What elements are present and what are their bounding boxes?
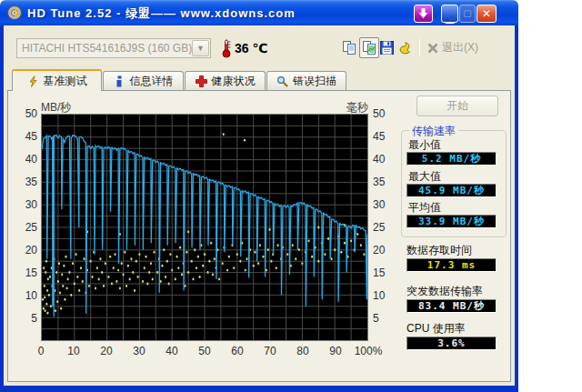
access-time-dot <box>103 285 105 287</box>
chevron-down-icon[interactable]: ▼ <box>192 40 209 56</box>
axis-tick-label: 40 <box>373 153 385 166</box>
close-icon: ✕ <box>482 8 491 19</box>
access-time-dot <box>175 278 176 281</box>
axis-tick-label: 0 <box>38 345 45 357</box>
access-time-dot <box>88 285 90 287</box>
access-time-dot <box>171 269 173 272</box>
access-time-dot <box>56 300 58 303</box>
axis-tick-label: 35 <box>373 176 385 188</box>
access-time-dot <box>276 266 277 269</box>
min-label: 最小值 <box>408 137 441 153</box>
minimize-icon: ▁ <box>446 12 454 23</box>
access-time-dot <box>99 257 101 260</box>
access-time-dot <box>317 226 319 229</box>
axis-tick-label: 35 <box>12 176 37 188</box>
access-time-dot <box>75 253 77 256</box>
access-time-dot <box>48 294 50 297</box>
tab-info[interactable]: 信息详情 <box>103 71 184 91</box>
access-time-dot <box>262 256 264 258</box>
save-screenshot-button[interactable] <box>376 37 396 58</box>
title-bar[interactable]: HD Tune 2.52 - 绿盟—— www.xdowns.com ▁ ▢ ✕ <box>0 0 518 25</box>
save-icon <box>379 40 395 55</box>
burst-rate-label: 突发数据传输率 <box>406 284 483 299</box>
access-time-dot <box>59 291 61 294</box>
axis-tick-label: 40 <box>12 153 37 166</box>
tab-benchmark[interactable]: 基准测试 <box>12 69 102 91</box>
access-time-dot <box>47 278 49 281</box>
access-time-dot <box>344 242 346 245</box>
access-time-dot <box>150 262 152 265</box>
access-time-dot <box>187 230 189 233</box>
tab-info-label: 信息详情 <box>130 74 174 89</box>
avg-label: 平均值 <box>408 200 441 216</box>
tab-error-scan[interactable]: 错误扫描 <box>266 71 346 91</box>
access-time-dot <box>80 266 82 269</box>
download-button[interactable] <box>414 5 433 23</box>
exit-button[interactable]: 退出(X) <box>427 40 478 55</box>
access-time-dot <box>124 251 125 254</box>
access-time-dot <box>144 266 146 269</box>
access-time-dot <box>137 276 139 278</box>
tab-error-scan-label: 错误扫描 <box>293 74 336 89</box>
access-time-dot <box>127 265 129 267</box>
access-time-dot <box>245 269 246 272</box>
access-time-dot <box>121 262 123 265</box>
axis-tick-label: 45 <box>12 130 37 143</box>
maximize-button[interactable]: ▢ <box>459 5 476 23</box>
options-button[interactable] <box>395 37 415 58</box>
axis-tick-label: 20 <box>12 244 37 256</box>
access-time-dot <box>70 294 72 297</box>
access-time-dot <box>311 256 313 258</box>
access-time-dot <box>276 244 278 246</box>
max-label: 最大值 <box>408 169 441 185</box>
access-time-dot <box>212 274 214 276</box>
access-time-dot <box>142 280 144 283</box>
avg-value: 33.9 MB/秒 <box>406 215 497 228</box>
access-time-dot <box>254 251 256 254</box>
close-button[interactable]: ✕ <box>477 5 497 23</box>
access-time-dot <box>360 244 362 246</box>
access-time-dot <box>130 257 132 260</box>
access-time-dot <box>327 237 329 240</box>
access-time-dot <box>119 286 121 289</box>
access-time-dot <box>202 265 204 267</box>
drive-select[interactable]: HITACHI HTS541616J9S (160 GB) ▼ <box>16 38 211 58</box>
access-time-dot <box>145 256 146 258</box>
access-time-dot <box>269 228 271 231</box>
access-time-dot <box>244 139 246 142</box>
access-time-dot <box>218 278 220 281</box>
access-time-dot <box>317 260 319 263</box>
access-time-dot <box>109 256 111 258</box>
axis-tick-label: 30 <box>373 198 385 211</box>
axis-tick-label: 10 <box>12 289 37 302</box>
start-button[interactable]: 开始 <box>416 95 498 116</box>
minimize-button[interactable]: ▁ <box>441 5 458 23</box>
access-time-dot <box>236 253 238 256</box>
copy-image-icon <box>362 40 377 55</box>
access-time-dot <box>163 248 165 251</box>
access-time-dot <box>146 283 148 286</box>
copy-icon <box>342 40 357 55</box>
access-time-dot <box>60 307 62 310</box>
tab-health[interactable]: 健康状况 <box>185 71 266 91</box>
access-time-dot <box>210 242 212 245</box>
access-time-dot <box>62 285 64 287</box>
maximize-icon: ▢ <box>463 9 471 18</box>
access-time-dot <box>55 309 56 312</box>
temperature-value: 36 ℃ <box>235 41 267 55</box>
access-time-dot <box>292 244 294 246</box>
min-value: 5.2 MB/秒 <box>406 152 497 166</box>
axis-tick-label: 10 <box>373 289 385 302</box>
access-time-dot <box>197 256 199 258</box>
window-title: HD Tune 2.52 - 绿盟—— www.xdowns.com <box>27 5 296 22</box>
access-time-dot <box>196 266 197 269</box>
access-time-dot <box>298 248 300 251</box>
access-time-dot <box>101 271 103 274</box>
access-time-dot <box>55 271 57 274</box>
access-time-dot <box>45 303 47 306</box>
access-time-dot <box>74 283 75 286</box>
chart-canvas <box>42 115 367 340</box>
copy-text-button[interactable] <box>339 37 359 58</box>
access-time-dot <box>105 262 106 265</box>
magnifier-icon <box>276 75 288 87</box>
